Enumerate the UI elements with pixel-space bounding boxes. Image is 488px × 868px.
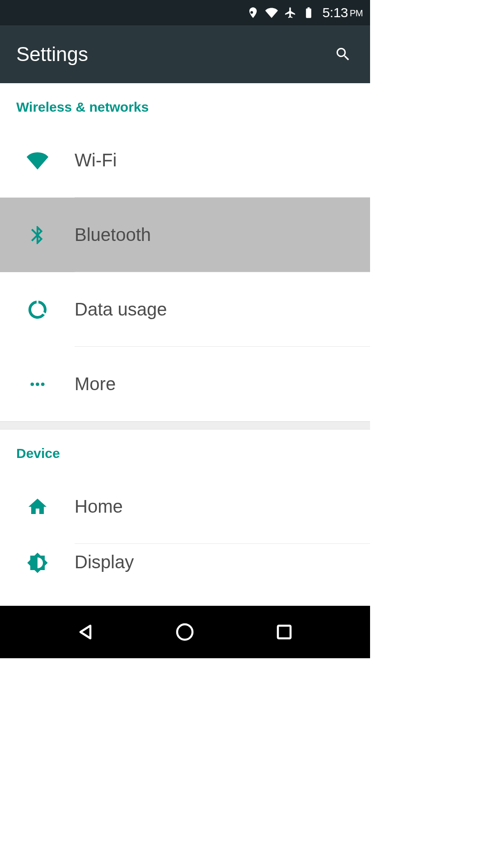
- row-more[interactable]: More: [0, 347, 370, 421]
- svg-rect-4: [278, 626, 291, 638]
- search-icon: [334, 46, 352, 63]
- row-wifi[interactable]: Wi‑Fi: [0, 123, 370, 198]
- search-button[interactable]: [332, 43, 354, 65]
- wifi-icon: [265, 6, 278, 19]
- section-spacer: [0, 421, 370, 429]
- data-usage-icon: [0, 299, 75, 321]
- brightness-icon: [0, 552, 75, 574]
- recent-apps-button[interactable]: [266, 614, 302, 650]
- status-bar: 5:13PM: [0, 0, 370, 25]
- more-horizontal-icon: [0, 375, 75, 393]
- back-icon: [75, 621, 97, 643]
- row-label: Bluetooth: [75, 225, 151, 245]
- svg-point-3: [177, 624, 192, 640]
- svg-point-1: [36, 382, 39, 386]
- status-time: 5:13PM: [323, 5, 363, 20]
- settings-list: Wireless & networks Wi‑Fi Bluetooth Data…: [0, 83, 370, 587]
- airplane-icon: [284, 6, 296, 19]
- row-label: Data usage: [75, 299, 167, 320]
- row-label: Wi‑Fi: [75, 150, 117, 170]
- recent-icon: [273, 621, 295, 643]
- wifi-icon: [0, 150, 75, 171]
- home-nav-icon: [174, 621, 196, 643]
- page-title: Settings: [16, 43, 88, 66]
- row-data-usage[interactable]: Data usage: [0, 272, 370, 347]
- row-home[interactable]: Home: [0, 469, 370, 544]
- row-display[interactable]: Display: [0, 544, 370, 587]
- section-header-device: Device: [0, 429, 370, 469]
- home-button[interactable]: [167, 614, 203, 650]
- location-icon: [247, 6, 259, 19]
- row-bluetooth[interactable]: Bluetooth: [0, 198, 370, 272]
- back-button[interactable]: [68, 614, 104, 650]
- section-header-wireless: Wireless & networks: [0, 83, 370, 123]
- svg-point-2: [41, 382, 44, 386]
- svg-point-0: [30, 382, 34, 386]
- bluetooth-icon: [0, 224, 75, 246]
- navigation-bar: [0, 606, 370, 658]
- row-label: Display: [75, 552, 134, 572]
- battery-icon: [302, 6, 315, 19]
- row-label: Home: [75, 496, 123, 517]
- app-bar: Settings: [0, 25, 370, 83]
- home-icon: [0, 496, 75, 518]
- row-label: More: [75, 374, 116, 394]
